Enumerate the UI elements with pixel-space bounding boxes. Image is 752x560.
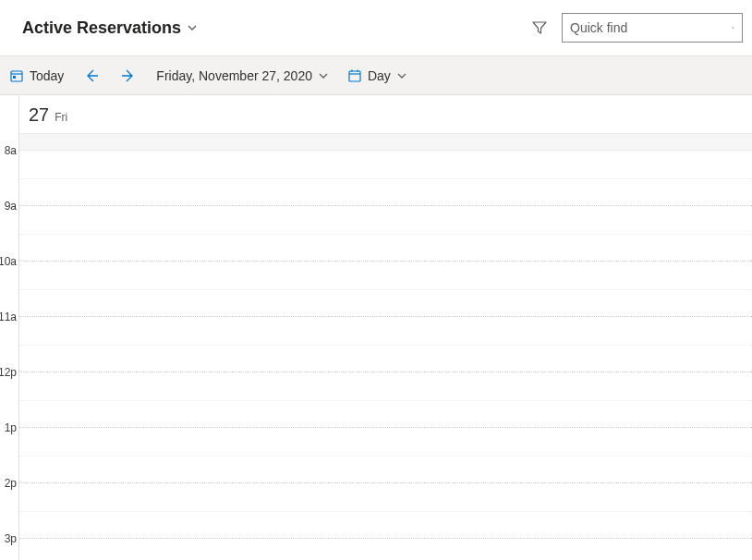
arrow-right-icon [121, 68, 136, 83]
hour-slot[interactable] [19, 372, 752, 428]
prev-day-button[interactable] [77, 61, 106, 91]
hour-slot[interactable] [19, 206, 752, 262]
search-icon [732, 20, 734, 35]
hour-label: 9a [5, 200, 17, 213]
chevron-down-icon [187, 22, 198, 33]
next-day-button[interactable] [114, 61, 143, 91]
day-weekday: Fri [55, 111, 67, 124]
filter-button[interactable] [527, 15, 552, 41]
day-number: 27 [29, 104, 49, 126]
calendar-toolbar: Today Friday, November 27, 2020 Day [0, 56, 752, 95]
day-column[interactable]: 27 Fri [18, 95, 752, 560]
view-picker[interactable]: Day [342, 61, 413, 91]
header-bar: Active Reservations [0, 0, 752, 56]
svg-rect-4 [13, 76, 16, 79]
hour-slot[interactable] [19, 262, 752, 317]
calendar-icon [347, 68, 362, 83]
search-input[interactable] [570, 20, 732, 35]
hour-label: 11a [0, 310, 17, 323]
filter-icon [532, 20, 547, 35]
hour-label: 10a [0, 255, 17, 268]
view-selector[interactable]: Active Reservations [22, 18, 198, 38]
day-header: 27 Fri [19, 95, 752, 134]
search-box[interactable] [562, 13, 743, 43]
hour-label: 12p [0, 366, 17, 379]
hour-label: 2p [5, 477, 17, 490]
svg-line-1 [734, 29, 734, 30]
arrow-left-icon [84, 68, 99, 83]
hour-slot[interactable] [19, 483, 752, 539]
hour-label: 8a [5, 144, 17, 157]
calendar-body: 8a 9a 10a 11a 12p 1p 2p 3p 27 Fri [0, 95, 752, 560]
hour-slot[interactable] [19, 539, 752, 560]
svg-rect-5 [349, 71, 360, 81]
hour-label: 1p [5, 421, 17, 434]
current-date-label: Friday, November 27, 2020 [156, 68, 312, 83]
hour-label: 3p [5, 532, 17, 545]
page-title: Active Reservations [22, 18, 181, 38]
allday-row[interactable] [19, 134, 752, 151]
svg-point-0 [732, 27, 734, 29]
hour-slot[interactable] [19, 151, 752, 206]
hour-slot[interactable] [19, 317, 752, 372]
today-button[interactable]: Today [4, 61, 69, 91]
date-picker[interactable]: Friday, November 27, 2020 [151, 61, 334, 91]
chevron-down-icon [396, 70, 407, 81]
time-gutter: 8a 9a 10a 11a 12p 1p 2p 3p [0, 95, 18, 560]
today-label: Today [30, 68, 64, 83]
calendar-today-icon [9, 68, 24, 83]
view-label: Day [368, 68, 391, 83]
chevron-down-icon [318, 70, 329, 81]
header-actions [527, 13, 743, 43]
hour-slot[interactable] [19, 428, 752, 483]
svg-rect-2 [11, 71, 22, 81]
